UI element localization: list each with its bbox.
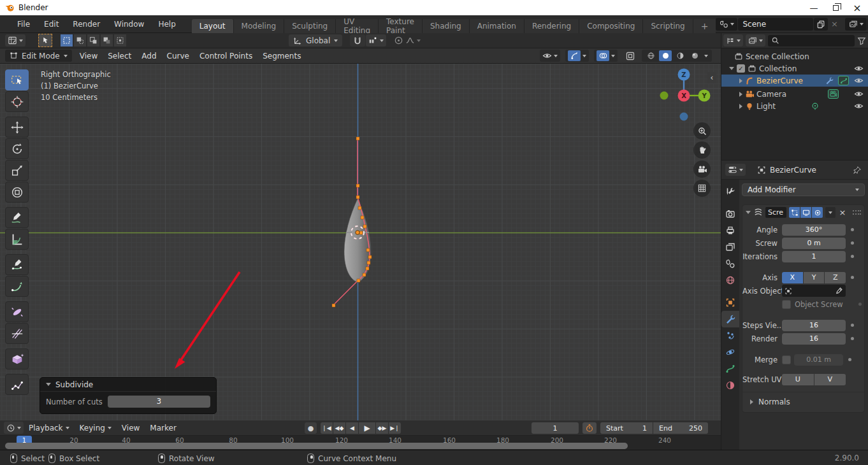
menu-file[interactable]: File <box>10 15 37 33</box>
subdivide-panel-header[interactable]: Subdivide <box>40 378 216 392</box>
filter-funnel-icon[interactable] <box>857 36 866 45</box>
eyedropper-icon[interactable] <box>835 287 843 295</box>
unlink-scene-button[interactable]: × <box>828 18 840 31</box>
tab-physics[interactable] <box>721 344 739 361</box>
outliner-row-light[interactable]: Light <box>721 100 868 112</box>
tool-curve-extrude[interactable] <box>5 276 29 297</box>
tool-move[interactable] <box>5 117 29 138</box>
end-frame-field[interactable]: End250 <box>653 422 708 434</box>
iterations-field[interactable]: 1 <box>782 251 846 262</box>
mode-dropdown[interactable]: Edit Mode <box>5 50 72 62</box>
shading-rendered-button[interactable] <box>688 50 701 61</box>
workspace-tab-modeling[interactable]: Modeling <box>234 19 285 33</box>
tool-scale[interactable] <box>5 160 29 181</box>
new-scene-button[interactable] <box>814 18 828 31</box>
light-data-icon[interactable] <box>811 102 820 111</box>
properties-editor-type-button[interactable] <box>725 164 746 176</box>
tab-tool[interactable] <box>721 183 739 200</box>
axis-object-field[interactable] <box>782 285 846 297</box>
timeline-scrollbar[interactable] <box>5 443 628 449</box>
modifier-realtime-toggle[interactable] <box>800 207 811 218</box>
stretch-u-button[interactable]: U <box>782 374 814 385</box>
menu-help[interactable]: Help <box>151 15 182 33</box>
timeline-editor-type-button[interactable] <box>4 422 24 434</box>
axis-x-button[interactable]: X <box>782 272 803 283</box>
tab-particles[interactable] <box>721 327 739 344</box>
jump-to-start-button[interactable]: ❘◀ <box>321 422 333 434</box>
overlays-dropdown[interactable] <box>594 50 618 62</box>
view-layer-browse-button[interactable] <box>845 18 867 31</box>
normals-subpanel-label[interactable]: Normals <box>758 397 790 406</box>
tool-measure[interactable] <box>5 229 29 250</box>
menu-edit[interactable]: Edit <box>37 15 66 33</box>
vp-menu-select[interactable]: Select <box>103 52 136 61</box>
tab-object[interactable] <box>721 294 739 311</box>
eye-icon[interactable] <box>854 89 864 99</box>
timeline-menu-keying[interactable]: Keying <box>75 424 117 433</box>
animate-dot[interactable] <box>851 228 854 231</box>
expand-triangle-icon[interactable] <box>739 104 742 109</box>
vp-menu-control-points[interactable]: Control Points <box>194 52 257 61</box>
screw-field[interactable]: 0 m <box>782 238 846 249</box>
close-button[interactable]: × <box>846 0 868 15</box>
vp-menu-view[interactable]: View <box>75 52 103 61</box>
outliner-row-scene-collection[interactable]: Scene Collection <box>721 50 868 62</box>
overlays-toggle[interactable] <box>597 50 609 61</box>
shading-wireframe-button[interactable] <box>644 50 657 61</box>
shading-material-button[interactable] <box>674 50 686 61</box>
outliner-row-camera[interactable]: Camera <box>721 88 868 100</box>
tab-object-data[interactable] <box>721 361 739 377</box>
select-mode-invert-button[interactable] <box>101 34 113 46</box>
angle-field[interactable]: 360° <box>782 224 846 236</box>
number-of-cuts-field[interactable]: 3 <box>108 396 210 408</box>
animate-dot[interactable] <box>851 241 854 245</box>
menu-window[interactable]: Window <box>107 15 151 33</box>
tool-cursor[interactable] <box>5 91 29 112</box>
snap-settings-dropdown[interactable] <box>366 34 386 46</box>
menu-render[interactable]: Render <box>66 15 107 33</box>
play-button[interactable]: ▶ <box>359 422 375 434</box>
modifier-render-toggle[interactable] <box>812 207 823 218</box>
modifier-wrench-icon[interactable] <box>825 76 834 85</box>
xray-toggle-icon[interactable] <box>625 51 635 61</box>
merge-distance-field[interactable]: 0.01 m <box>794 354 843 366</box>
select-mode-new-button[interactable] <box>61 34 73 46</box>
animate-dot[interactable] <box>851 276 854 279</box>
shading-solid-button[interactable] <box>659 50 672 61</box>
select-mode-extend-button[interactable] <box>74 34 86 46</box>
pin-icon[interactable] <box>853 166 862 175</box>
workspace-tab-animation[interactable]: Animation <box>470 19 524 33</box>
workspace-tab-scripting[interactable]: Scripting <box>643 19 693 33</box>
outliner-row-collection[interactable]: ✓ Collection <box>721 62 868 75</box>
expand-triangle-icon[interactable] <box>739 92 742 97</box>
gizmo-y-negative[interactable] <box>660 92 669 100</box>
tool-randomize[interactable] <box>5 374 29 395</box>
navigation-gizmo[interactable]: Z Y X <box>660 69 711 121</box>
tool-transform[interactable] <box>5 182 29 203</box>
start-frame-field[interactable]: Start1 <box>600 422 653 434</box>
gizmo-z-negative[interactable] <box>680 113 688 121</box>
vp-menu-segments[interactable]: Segments <box>257 52 306 61</box>
normals-expand-icon[interactable] <box>750 399 753 404</box>
editor-type-button[interactable] <box>5 34 25 46</box>
auto-keyframe-button[interactable]: ● <box>305 422 317 434</box>
animate-dot[interactable] <box>851 255 854 258</box>
vp-menu-add[interactable]: Add <box>136 52 161 61</box>
timeline-ruler[interactable]: 20 40 60 80 100 120 140 160 180 200 220 … <box>0 436 721 450</box>
merge-checkbox[interactable] <box>782 355 791 364</box>
outliner-filter-id-button[interactable] <box>746 34 765 46</box>
minimize-button[interactable]: — <box>803 0 825 15</box>
animate-dot[interactable] <box>848 358 851 361</box>
render-steps-field[interactable]: 16 <box>782 333 846 345</box>
tool-rotate[interactable] <box>5 138 29 159</box>
workspace-tab-shading[interactable]: Shading <box>423 19 470 33</box>
workspace-tab-compositing[interactable]: Compositing <box>579 19 643 33</box>
zoom-button[interactable] <box>693 122 711 140</box>
tool-radius[interactable] <box>5 301 29 322</box>
add-modifier-dropdown[interactable]: Add Modifier <box>742 183 865 196</box>
camera-data-badge[interactable] <box>828 89 839 99</box>
expand-triangle-icon[interactable] <box>729 67 734 70</box>
tool-shear[interactable] <box>5 323 29 344</box>
active-tool-tweak-button[interactable] <box>38 34 52 47</box>
tab-scene[interactable] <box>721 255 739 272</box>
